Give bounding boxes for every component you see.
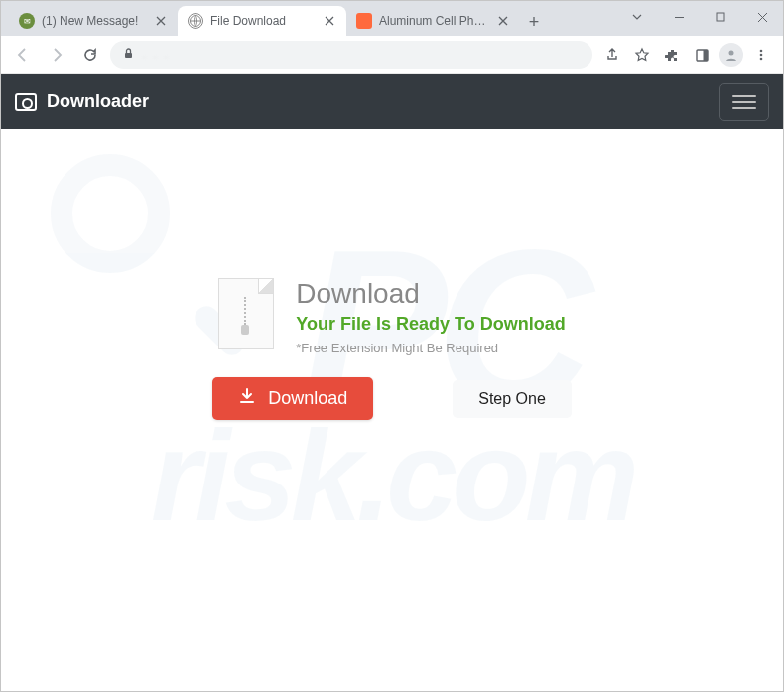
close-icon[interactable] <box>496 14 510 28</box>
close-icon[interactable] <box>323 14 336 28</box>
minimize-button[interactable] <box>658 3 700 31</box>
bookmark-star-icon[interactable] <box>628 41 656 69</box>
browser-toolbar: . . . <box>1 36 783 74</box>
svg-rect-1 <box>717 13 724 21</box>
brand[interactable]: Downloader <box>15 91 149 112</box>
tab-title: (1) New Message! <box>42 14 147 28</box>
extension-note: *Free Extension Might Be Required <box>296 341 565 355</box>
step-one-button[interactable]: Step One <box>453 380 572 418</box>
site-header: Downloader <box>1 74 783 129</box>
extensions-icon[interactable] <box>658 41 686 69</box>
window-controls <box>616 3 783 31</box>
hamburger-menu-button[interactable] <box>719 83 769 121</box>
brand-title: Downloader <box>47 91 149 112</box>
menu-dots-icon[interactable] <box>747 41 775 69</box>
svg-point-8 <box>760 58 763 61</box>
ready-message: Your File Is Ready To Download <box>296 314 565 335</box>
close-icon[interactable] <box>154 14 168 28</box>
url-text: . . . <box>143 50 171 60</box>
download-heading: Download <box>296 278 565 310</box>
browser-titlebar: ✉ (1) New Message! File Download Aluminu… <box>1 1 783 36</box>
download-icon <box>238 387 256 410</box>
favicon-icon <box>356 13 372 29</box>
browser-tab-0[interactable]: ✉ (1) New Message! <box>9 6 178 36</box>
tab-title: Aluminum Cell Phone H <box>379 14 489 28</box>
close-window-button[interactable] <box>741 3 783 31</box>
tab-title: File Download <box>210 14 316 28</box>
download-button-label: Download <box>268 388 347 409</box>
main-content: Download Your File Is Ready To Download … <box>1 129 783 420</box>
svg-rect-4 <box>703 50 708 61</box>
back-button[interactable] <box>9 41 37 69</box>
side-panel-icon[interactable] <box>688 41 716 69</box>
step-button-label: Step One <box>478 390 546 407</box>
new-tab-button[interactable]: + <box>520 8 548 36</box>
forward-button[interactable] <box>43 41 70 69</box>
file-info-block: Download Your File Is Ready To Download … <box>218 278 565 355</box>
globe-icon <box>188 13 203 29</box>
maximize-button[interactable] <box>700 3 741 31</box>
file-text: Download Your File Is Ready To Download … <box>296 278 565 355</box>
profile-avatar[interactable] <box>718 41 745 69</box>
reload-button[interactable] <box>76 41 104 69</box>
svg-point-7 <box>760 54 763 57</box>
svg-point-6 <box>760 50 763 53</box>
tab-strip: ✉ (1) New Message! File Download Aluminu… <box>1 1 548 36</box>
zip-file-icon <box>218 278 274 349</box>
browser-tab-2[interactable]: Aluminum Cell Phone H <box>346 6 520 36</box>
favicon-icon: ✉ <box>19 13 35 29</box>
button-row: Download Step One <box>212 377 572 420</box>
share-icon[interactable] <box>598 41 626 69</box>
camera-icon <box>15 93 37 111</box>
svg-rect-2 <box>125 53 132 58</box>
address-bar[interactable]: . . . <box>110 41 592 69</box>
page-content: PC risk.com Downloader Download Your Fil… <box>1 74 783 691</box>
download-button[interactable]: Download <box>212 377 373 420</box>
lock-icon <box>122 47 135 63</box>
browser-tab-1-active[interactable]: File Download <box>178 6 346 36</box>
dropdown-icon[interactable] <box>616 3 658 31</box>
svg-point-5 <box>729 51 734 56</box>
